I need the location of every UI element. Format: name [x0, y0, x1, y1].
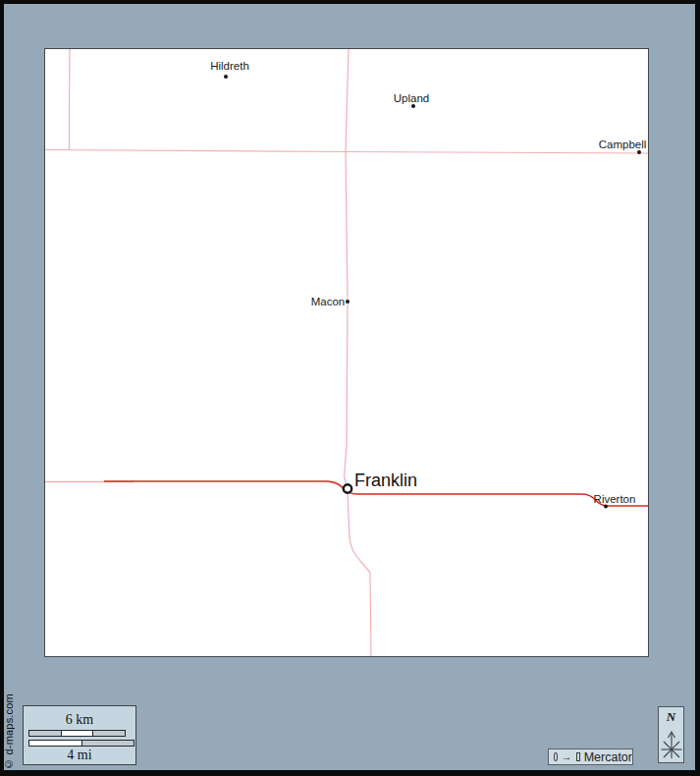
scale-bar-panel: 6 km 4 mi [23, 705, 136, 765]
town-marker-riverton [604, 505, 608, 509]
town-marker-campbell [637, 150, 641, 154]
projection-name: Mercator [584, 750, 632, 764]
secondary-road-north-south [345, 49, 350, 488]
scale-km-segment [29, 731, 61, 736]
projection-arrow-icon: → [562, 752, 572, 761]
flat-map-square-icon [576, 752, 580, 761]
secondary-road-east-west [45, 150, 648, 154]
map-page: Hildreth Upland Campbell Macon Franklin … [0, 0, 700, 776]
scale-km-label: 6 km [24, 712, 135, 728]
globe-circle-icon [554, 752, 558, 761]
town-label-riverton: Riverton [594, 493, 636, 505]
scale-mi-segment [81, 741, 135, 746]
scale-bar-km [28, 730, 126, 737]
town-marker-upland [411, 104, 415, 108]
dmaps-credit: © d-maps.com [3, 693, 15, 770]
compass-rose-icon [659, 726, 683, 763]
scale-km-segment [92, 731, 125, 736]
projection-panel: → Mercator [548, 748, 633, 765]
town-label-upland: Upland [394, 92, 429, 104]
town-label-hildreth: Hildreth [210, 60, 249, 72]
compass-north-label: N [659, 709, 683, 725]
town-marker-macon [346, 300, 350, 304]
scale-bar-mi [28, 740, 135, 747]
town-marker-hildreth [224, 75, 228, 79]
compass-panel: N [658, 706, 684, 763]
secondary-road-south [348, 493, 371, 656]
roads-layer [45, 49, 648, 656]
town-label-macon: Macon [311, 296, 346, 307]
town-marker-franklin-ring [344, 484, 351, 492]
town-label-franklin: Franklin [354, 471, 417, 491]
secondary-road-north-west [70, 49, 71, 150]
scale-km-segment [61, 731, 93, 736]
scale-mi-label: 4 mi [24, 748, 135, 763]
map-area: Hildreth Upland Campbell Macon Franklin … [44, 48, 649, 657]
scale-mi-segment [29, 741, 81, 746]
town-label-campbell: Campbell [599, 139, 647, 150]
